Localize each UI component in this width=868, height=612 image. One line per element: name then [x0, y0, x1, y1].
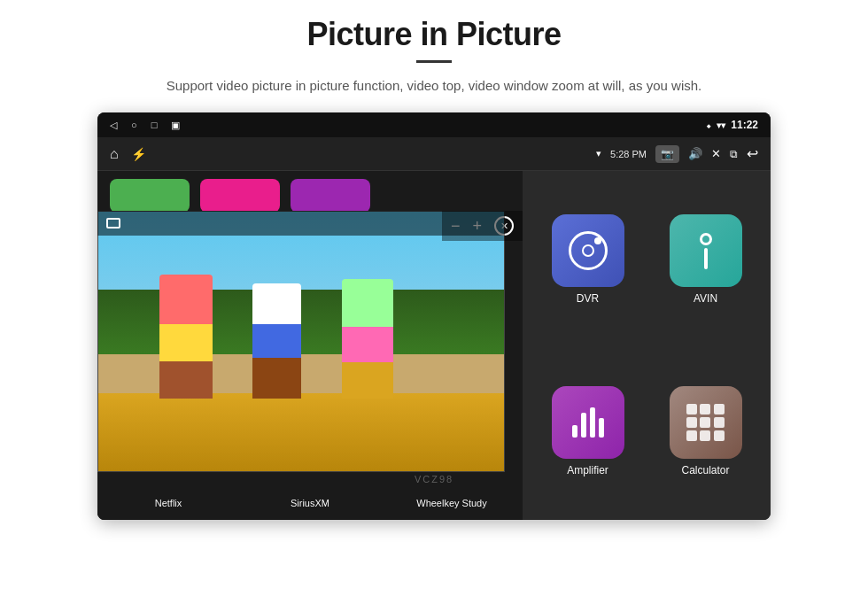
amp-bar-4: [599, 418, 604, 438]
calc-key-7: [686, 430, 697, 441]
location-icon: ⬥: [706, 120, 711, 130]
calc-key-4: [686, 417, 697, 428]
dvr-dot: [594, 237, 601, 244]
amplifier-icon-box: [552, 386, 624, 459]
avin-label: AVIN: [694, 292, 717, 305]
video-scene: [98, 212, 504, 471]
app-icon-amplifier[interactable]: Amplifier: [533, 350, 642, 513]
partial-app-netflix[interactable]: [110, 179, 190, 213]
main-content: − + ✕ Netflix SiriusXM Wheelkey: [97, 171, 771, 520]
person-1-body: [159, 275, 213, 399]
avin-stick: [704, 248, 708, 269]
wifi-icon: ▾▾: [717, 120, 725, 130]
page-wrapper: Picture in Picture Support video picture…: [0, 0, 868, 612]
pip-controls-bar: [97, 211, 505, 236]
device-screen: ◁ ○ □ ▣ ⬥ ▾▾ 11:22 ⌂ ⚡ ▾ 5:28 PM 📷 🔊: [97, 112, 771, 520]
app-labels-left: Netflix SiriusXM Wheelkey Study: [97, 486, 523, 520]
pip-area: − + ✕ Netflix SiriusXM Wheelkey: [97, 171, 523, 520]
camera-icon[interactable]: 📷: [655, 145, 679, 163]
pip-cam-icon: [106, 218, 120, 229]
amplifier-icon: [572, 407, 604, 438]
status-bar-right: ⬥ ▾▾ 11:22: [706, 119, 758, 131]
dvr-inner-circle: [582, 244, 594, 257]
calc-key-1: [686, 404, 697, 414]
calculator-icon: [686, 404, 725, 441]
video-ground: [98, 393, 504, 471]
siriusxm-label: SiriusXM: [239, 498, 381, 508]
back-arrow-icon[interactable]: ◁: [110, 120, 117, 131]
app-bar: ⌂ ⚡ ▾ 5:28 PM 📷 🔊 ✕ ⧉ ↩: [97, 137, 771, 171]
back-icon[interactable]: ↩: [747, 145, 758, 162]
app-bar-right: ▾ 5:28 PM 📷 🔊 ✕ ⧉ ↩: [596, 145, 758, 163]
calc-key-6: [714, 417, 725, 428]
page-title: Picture in Picture: [306, 16, 561, 53]
image-icon[interactable]: ▣: [171, 120, 180, 131]
person-figure-2: [252, 283, 301, 399]
title-divider: [416, 60, 452, 63]
pip-video[interactable]: [97, 211, 505, 472]
partial-app-siriusxm[interactable]: [200, 179, 280, 213]
amplifier-label: Amplifier: [567, 464, 608, 476]
watermark: VCZ98: [415, 474, 453, 484]
pip-window-icon[interactable]: ⧉: [730, 148, 738, 160]
calculator-label: Calculator: [681, 464, 729, 476]
page-subtitle: Support video picture in picture functio…: [167, 75, 701, 97]
app-icon-avin[interactable]: AVIN: [651, 178, 760, 341]
amp-bar-3: [590, 407, 595, 438]
amp-bar-2: [581, 413, 586, 438]
dvr-icon: [569, 231, 608, 270]
avin-icon-box: [670, 214, 742, 287]
person-2-body: [252, 283, 301, 399]
partial-app-wheelkey[interactable]: [291, 179, 370, 213]
calc-key-3: [714, 404, 725, 414]
app-grid-right: DVR AVIN: [523, 171, 771, 520]
calc-key-8: [700, 430, 710, 441]
person-figure-1: [159, 275, 213, 399]
square-icon[interactable]: □: [151, 120, 158, 130]
wifi-status-icon: ▾: [596, 148, 601, 159]
status-time: 11:22: [731, 119, 758, 131]
calculator-icon-box: [670, 386, 742, 459]
usb-icon[interactable]: ⚡: [131, 147, 146, 161]
amp-bar-1: [572, 425, 577, 438]
home-circle-icon[interactable]: ○: [131, 120, 137, 130]
volume-icon[interactable]: 🔊: [688, 147, 702, 160]
app-icon-dvr[interactable]: DVR: [533, 178, 642, 341]
app-bar-left: ⌂ ⚡: [110, 146, 146, 162]
dvr-icon-box: [552, 214, 624, 287]
avin-bulb: [700, 233, 712, 245]
calc-key-2: [700, 404, 710, 414]
status-bar-left: ◁ ○ □ ▣: [110, 120, 180, 131]
app-bar-time: 5:28 PM: [610, 149, 647, 159]
home-icon[interactable]: ⌂: [110, 146, 119, 162]
netflix-label: Netflix: [97, 498, 239, 508]
wheelkey-study-label: Wheelkey Study: [381, 498, 523, 508]
close-x-icon[interactable]: ✕: [711, 147, 721, 160]
app-icon-calculator[interactable]: Calculator: [651, 350, 760, 513]
app-grid-area: − + ✕ Netflix SiriusXM Wheelkey: [97, 171, 771, 520]
dvr-label: DVR: [577, 292, 599, 305]
calc-key-5: [700, 417, 710, 428]
calc-key-9: [714, 430, 725, 441]
person-3-body: [342, 279, 393, 399]
avin-icon: [700, 233, 712, 269]
person-figure-3: [342, 279, 393, 399]
status-bar: ◁ ○ □ ▣ ⬥ ▾▾ 11:22: [97, 112, 771, 137]
amp-bars: [572, 407, 604, 438]
